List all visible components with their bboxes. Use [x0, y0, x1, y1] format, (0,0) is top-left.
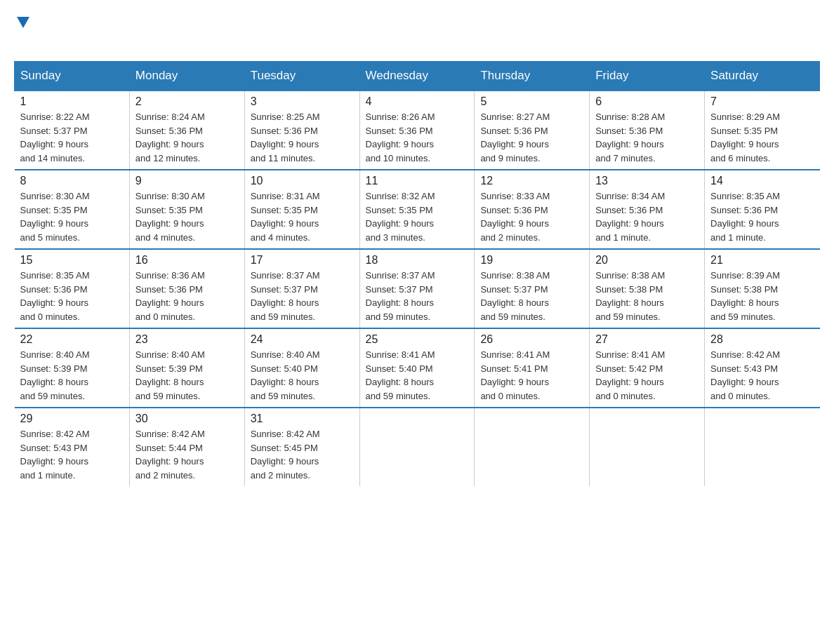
- day-info: Sunrise: 8:40 AMSunset: 5:39 PMDaylight:…: [20, 348, 124, 403]
- day-info: Sunrise: 8:27 AMSunset: 5:36 PMDaylight:…: [480, 110, 583, 165]
- day-info: Sunrise: 8:34 AMSunset: 5:36 PMDaylight:…: [595, 189, 699, 244]
- day-info: Sunrise: 8:39 AMSunset: 5:38 PMDaylight:…: [710, 269, 814, 323]
- day-info: Sunrise: 8:30 AMSunset: 5:35 PMDaylight:…: [135, 189, 239, 244]
- day-number: 27: [595, 333, 699, 346]
- day-info: Sunrise: 8:29 AMSunset: 5:35 PMDaylight:…: [710, 110, 814, 165]
- calendar-cell: 2 Sunrise: 8:24 AMSunset: 5:36 PMDayligh…: [129, 90, 244, 170]
- weekday-header-friday: Friday: [590, 62, 705, 91]
- calendar-cell: [475, 408, 590, 486]
- calendar-cell: 3 Sunrise: 8:25 AMSunset: 5:36 PMDayligh…: [244, 90, 359, 170]
- day-info: Sunrise: 8:26 AMSunset: 5:36 PMDaylight:…: [366, 110, 469, 165]
- calendar-cell: 18 Sunrise: 8:37 AMSunset: 5:37 PMDaylig…: [359, 249, 475, 328]
- day-info: Sunrise: 8:41 AMSunset: 5:42 PMDaylight:…: [595, 348, 699, 403]
- calendar-cell: 20 Sunrise: 8:38 AMSunset: 5:38 PMDaylig…: [590, 249, 705, 328]
- day-number: 26: [480, 333, 583, 346]
- day-info: Sunrise: 8:42 AMSunset: 5:45 PMDaylight:…: [251, 427, 354, 482]
- day-number: 25: [366, 333, 469, 346]
- calendar-week-row: 15 Sunrise: 8:35 AMSunset: 5:36 PMDaylig…: [15, 249, 820, 328]
- day-info: Sunrise: 8:25 AMSunset: 5:36 PMDaylight:…: [251, 110, 354, 165]
- day-info: Sunrise: 8:41 AMSunset: 5:41 PMDaylight:…: [480, 348, 583, 403]
- calendar-cell: 4 Sunrise: 8:26 AMSunset: 5:36 PMDayligh…: [359, 90, 475, 170]
- day-info: Sunrise: 8:42 AMSunset: 5:44 PMDaylight:…: [135, 427, 239, 482]
- day-info: Sunrise: 8:35 AMSunset: 5:36 PMDaylight:…: [710, 189, 814, 244]
- calendar-cell: 21 Sunrise: 8:39 AMSunset: 5:38 PMDaylig…: [705, 249, 820, 328]
- calendar-week-row: 8 Sunrise: 8:30 AMSunset: 5:35 PMDayligh…: [15, 170, 820, 249]
- weekday-header-wednesday: Wednesday: [359, 62, 475, 91]
- day-number: 28: [710, 333, 814, 346]
- calendar-week-row: 29 Sunrise: 8:42 AMSunset: 5:43 PMDaylig…: [15, 408, 820, 486]
- day-info: Sunrise: 8:37 AMSunset: 5:37 PMDaylight:…: [366, 269, 469, 323]
- calendar-cell: [590, 408, 705, 486]
- calendar-cell: 24 Sunrise: 8:40 AMSunset: 5:40 PMDaylig…: [244, 328, 359, 408]
- calendar-table: SundayMondayTuesdayWednesdayThursdayFrid…: [14, 61, 820, 486]
- day-info: Sunrise: 8:33 AMSunset: 5:36 PMDaylight:…: [480, 189, 583, 244]
- day-info: Sunrise: 8:40 AMSunset: 5:39 PMDaylight:…: [135, 348, 239, 403]
- day-info: Sunrise: 8:38 AMSunset: 5:38 PMDaylight:…: [595, 269, 699, 323]
- day-number: 11: [366, 175, 469, 187]
- day-number: 20: [595, 254, 699, 267]
- day-info: Sunrise: 8:41 AMSunset: 5:40 PMDaylight:…: [366, 348, 469, 403]
- day-number: 18: [366, 254, 469, 267]
- day-info: Sunrise: 8:42 AMSunset: 5:43 PMDaylight:…: [20, 427, 124, 482]
- day-info: Sunrise: 8:31 AMSunset: 5:35 PMDaylight:…: [251, 189, 354, 244]
- logo-triangle-icon: [15, 14, 31, 29]
- day-number: 19: [480, 254, 583, 267]
- day-number: 14: [710, 175, 814, 187]
- day-number: 9: [135, 175, 239, 187]
- calendar-cell: 15 Sunrise: 8:35 AMSunset: 5:36 PMDaylig…: [15, 249, 130, 328]
- calendar-cell: 5 Sunrise: 8:27 AMSunset: 5:36 PMDayligh…: [475, 90, 590, 170]
- day-number: 30: [135, 412, 239, 425]
- day-number: 21: [710, 254, 814, 267]
- calendar-cell: 19 Sunrise: 8:38 AMSunset: 5:37 PMDaylig…: [475, 249, 590, 328]
- day-number: 16: [135, 254, 239, 267]
- calendar-cell: 31 Sunrise: 8:42 AMSunset: 5:45 PMDaylig…: [244, 408, 359, 486]
- calendar-cell: [359, 408, 475, 486]
- day-info: Sunrise: 8:40 AMSunset: 5:40 PMDaylight:…: [251, 348, 354, 403]
- weekday-header-row: SundayMondayTuesdayWednesdayThursdayFrid…: [15, 62, 820, 91]
- calendar-cell: 7 Sunrise: 8:29 AMSunset: 5:35 PMDayligh…: [705, 90, 820, 170]
- day-number: 17: [251, 254, 354, 267]
- day-number: 24: [251, 333, 354, 346]
- calendar-cell: 22 Sunrise: 8:40 AMSunset: 5:39 PMDaylig…: [15, 328, 130, 408]
- day-info: Sunrise: 8:42 AMSunset: 5:43 PMDaylight:…: [710, 348, 814, 403]
- day-number: 15: [20, 254, 124, 267]
- calendar-cell: 29 Sunrise: 8:42 AMSunset: 5:43 PMDaylig…: [15, 408, 130, 486]
- calendar-cell: 12 Sunrise: 8:33 AMSunset: 5:36 PMDaylig…: [475, 170, 590, 249]
- logo: [14, 14, 31, 54]
- calendar-cell: 1 Sunrise: 8:22 AMSunset: 5:37 PMDayligh…: [15, 90, 130, 170]
- calendar-cell: 13 Sunrise: 8:34 AMSunset: 5:36 PMDaylig…: [590, 170, 705, 249]
- day-info: Sunrise: 8:36 AMSunset: 5:36 PMDaylight:…: [135, 269, 239, 323]
- day-number: 29: [20, 412, 124, 425]
- day-number: 12: [480, 175, 583, 187]
- calendar-cell: 8 Sunrise: 8:30 AMSunset: 5:35 PMDayligh…: [15, 170, 130, 249]
- weekday-header-sunday: Sunday: [15, 62, 130, 91]
- calendar-cell: 16 Sunrise: 8:36 AMSunset: 5:36 PMDaylig…: [129, 249, 244, 328]
- day-info: Sunrise: 8:37 AMSunset: 5:37 PMDaylight:…: [251, 269, 354, 323]
- day-number: 5: [480, 95, 583, 108]
- calendar-cell: 23 Sunrise: 8:40 AMSunset: 5:39 PMDaylig…: [129, 328, 244, 408]
- day-number: 8: [20, 175, 124, 187]
- day-number: 1: [20, 95, 124, 108]
- day-info: Sunrise: 8:32 AMSunset: 5:35 PMDaylight:…: [366, 189, 469, 244]
- weekday-header-tuesday: Tuesday: [244, 62, 359, 91]
- calendar-cell: 14 Sunrise: 8:35 AMSunset: 5:36 PMDaylig…: [705, 170, 820, 249]
- day-info: Sunrise: 8:38 AMSunset: 5:37 PMDaylight:…: [480, 269, 583, 323]
- calendar-cell: 25 Sunrise: 8:41 AMSunset: 5:40 PMDaylig…: [359, 328, 475, 408]
- day-number: 23: [135, 333, 239, 346]
- calendar-week-row: 1 Sunrise: 8:22 AMSunset: 5:37 PMDayligh…: [15, 90, 820, 170]
- day-number: 31: [251, 412, 354, 425]
- weekday-header-monday: Monday: [129, 62, 244, 91]
- calendar-cell: 28 Sunrise: 8:42 AMSunset: 5:43 PMDaylig…: [705, 328, 820, 408]
- calendar-cell: 17 Sunrise: 8:37 AMSunset: 5:37 PMDaylig…: [244, 249, 359, 328]
- calendar-cell: 26 Sunrise: 8:41 AMSunset: 5:41 PMDaylig…: [475, 328, 590, 408]
- day-number: 7: [710, 95, 814, 108]
- day-number: 10: [251, 175, 354, 187]
- day-number: 4: [366, 95, 469, 108]
- day-number: 6: [595, 95, 699, 108]
- day-info: Sunrise: 8:28 AMSunset: 5:36 PMDaylight:…: [595, 110, 699, 165]
- day-info: Sunrise: 8:35 AMSunset: 5:36 PMDaylight:…: [20, 269, 124, 323]
- calendar-cell: [705, 408, 820, 486]
- calendar-week-row: 22 Sunrise: 8:40 AMSunset: 5:39 PMDaylig…: [15, 328, 820, 408]
- weekday-header-saturday: Saturday: [705, 62, 820, 91]
- day-number: 3: [251, 95, 354, 108]
